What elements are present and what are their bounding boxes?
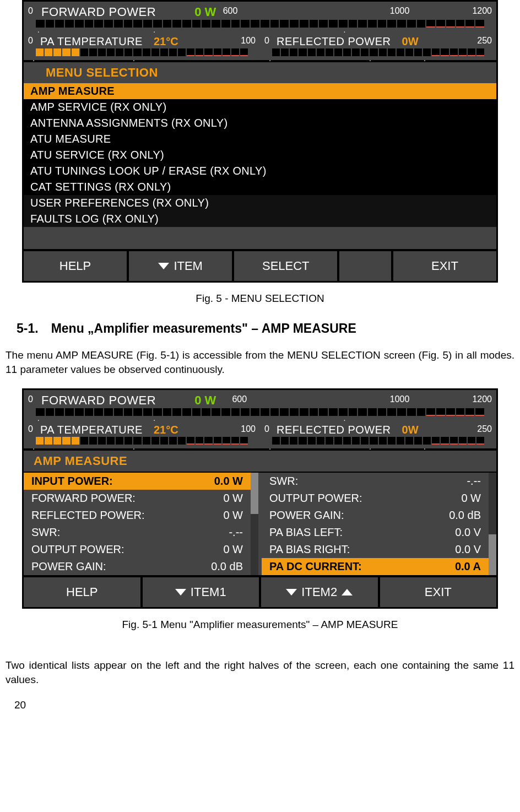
exit-button[interactable]: EXIT	[393, 251, 496, 281]
menu-list: AMP MEASUREAMP SERVICE (RX ONLY)ANTENNA …	[24, 83, 496, 227]
menu-selection-title: MENU SELECTION	[24, 62, 496, 83]
scale-1000: 1000	[390, 6, 410, 16]
menu-item[interactable]: ANTENNA ASSIGNMENTS (RX ONLY)	[24, 115, 496, 131]
pa-temp-gauge: 0 PA TEMPERATURE 21°C 100 ..	[24, 31, 260, 60]
down-icon	[286, 589, 297, 596]
reflected-gauge: 0 REFLECTED POWER 0W 250 ...	[260, 31, 496, 60]
menu-item[interactable]: USER PREFERENCES (RX ONLY)	[24, 195, 496, 211]
fwd-value: 0 W	[194, 393, 216, 408]
refl-value: 0W	[402, 424, 419, 436]
param-row[interactable]: POWER GAIN:0.0 dB	[262, 507, 489, 524]
forward-power-gauge: 0 FORWARD POWER 0 W 600 1000 1200 ...	[24, 2, 496, 31]
scale-0: 0	[28, 36, 33, 46]
fwd-label: FORWARD POWER	[41, 393, 156, 408]
page-number: 20	[14, 699, 520, 711]
para-1: The menu AMP MEASURE (Fig. 5-1) is acces…	[6, 348, 514, 376]
scale-0: 0	[264, 36, 269, 46]
refl-label: REFLECTED POWER	[277, 35, 391, 48]
scrollbar-left[interactable]	[251, 473, 258, 575]
menu-item[interactable]: FAULTS LOG (RX ONLY)	[24, 211, 496, 227]
param-row[interactable]: PA BIAS LEFT:0.0 V	[262, 524, 489, 541]
fwd-value: 0 W	[194, 5, 216, 19]
menu-item[interactable]: ATU MEASURE	[24, 131, 496, 147]
temp-label: PA TEMPERATURE	[40, 424, 143, 436]
fwd-label: FORWARD POWER	[41, 5, 156, 19]
up-icon	[342, 589, 353, 596]
fig5-screen: 0 FORWARD POWER 0 W 600 1000 1200 ... 0 …	[22, 0, 498, 283]
fwd-bar: ...	[28, 20, 492, 31]
refl-label: REFLECTED POWER	[277, 424, 391, 436]
fwd-bar: ...	[28, 408, 492, 420]
temp-bar: ..	[28, 48, 256, 60]
param-row[interactable]: SWR:-.--	[262, 473, 489, 490]
down-icon	[158, 263, 169, 269]
param-row[interactable]: POWER GAIN:0.0 dB	[24, 558, 251, 575]
temp-label: PA TEMPERATURE	[40, 35, 143, 48]
scale-100: 100	[241, 36, 256, 46]
left-column: INPUT POWER:0.0 WFORWARD POWER:0 WREFLEC…	[24, 473, 251, 575]
footer-bar: HELP ITEM1 ITEM2 EXIT	[24, 575, 496, 607]
temp-value: 21°C	[154, 424, 178, 436]
select-button[interactable]: SELECT	[234, 251, 339, 281]
refl-bar: ...	[264, 48, 492, 60]
scale-0: 0	[28, 6, 33, 16]
param-row[interactable]: PA BIAS RIGHT:0.0 V	[262, 541, 489, 558]
scale-250: 250	[477, 36, 492, 46]
spacer	[339, 251, 393, 281]
right-column: SWR:-.--OUTPUT POWER:0 WPOWER GAIN:0.0 d…	[262, 473, 489, 575]
param-row[interactable]: OUTPUT POWER:0 W	[24, 541, 251, 558]
measure-columns: INPUT POWER:0.0 WFORWARD POWER:0 WREFLEC…	[24, 473, 496, 575]
down-icon	[175, 589, 186, 596]
footer-bar: HELP ITEM SELECT EXIT	[24, 249, 496, 281]
param-row[interactable]: PA DC CURRENT:0.0 A	[262, 558, 489, 575]
amp-measure-title: AMP MEASURE	[24, 451, 496, 472]
fig5-caption: Fig. 5 - MENU SELECTION	[0, 293, 520, 305]
fig51-caption: Fig. 5-1 Menu "Amplifier measurements" –…	[0, 619, 520, 631]
refl-value: 0W	[402, 35, 419, 48]
temp-bar: ..	[28, 437, 256, 448]
help-button[interactable]: HELP	[24, 251, 129, 281]
menu-item[interactable]: ATU TUNINGS LOOK UP / ERASE (RX ONLY)	[24, 163, 496, 179]
menu-item[interactable]: AMP MEASURE	[24, 83, 496, 99]
exit-button[interactable]: EXIT	[380, 577, 497, 607]
menu-item[interactable]: ATU SERVICE (RX ONLY)	[24, 147, 496, 163]
fig51-screen: 0 FORWARD POWER 0 W 600 1000 1200 ... 0 …	[22, 388, 498, 609]
forward-power-gauge: 0 FORWARD POWER 0 W 600 1000 1200 ...	[24, 390, 496, 420]
para-2: Two identical lists appear on the left a…	[6, 658, 514, 686]
param-row[interactable]: OUTPUT POWER:0 W	[262, 490, 489, 507]
refl-bar: ...	[264, 437, 492, 448]
scale-1200: 1200	[472, 6, 492, 16]
help-button[interactable]: HELP	[24, 577, 143, 607]
menu-item[interactable]: CAT SETTINGS (RX ONLY)	[24, 179, 496, 195]
param-row[interactable]: FORWARD POWER:0 W	[24, 490, 251, 507]
item1-button[interactable]: ITEM1	[143, 577, 262, 607]
temp-value: 21°C	[154, 35, 178, 48]
param-row[interactable]: SWR:-.--	[24, 524, 251, 541]
scale-600: 600	[223, 6, 238, 16]
pa-temp-gauge: 0 PA TEMPERATURE 21°C 100 ..	[24, 420, 260, 448]
param-row[interactable]: REFLECTED POWER:0 W	[24, 507, 251, 524]
reflected-gauge: 0 REFLECTED POWER 0W 250 ...	[260, 420, 496, 448]
param-row[interactable]: INPUT POWER:0.0 W	[24, 473, 251, 490]
item2-button[interactable]: ITEM2	[261, 577, 380, 607]
scrollbar-right[interactable]	[489, 473, 496, 575]
menu-item[interactable]: AMP SERVICE (RX ONLY)	[24, 99, 496, 115]
section-heading: 5-1. Menu „Amplifier measurements" – AMP…	[17, 321, 520, 336]
item-button[interactable]: ITEM	[129, 251, 234, 281]
